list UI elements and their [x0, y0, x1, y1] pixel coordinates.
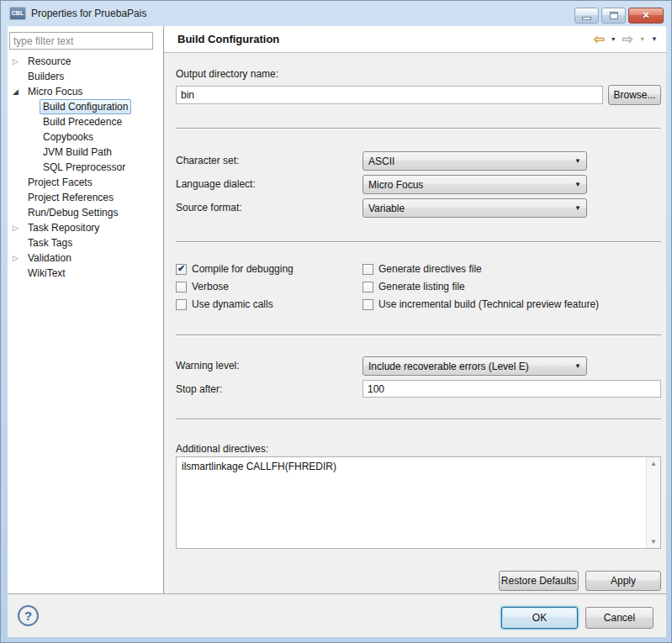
tree-row: Project References	[8, 190, 163, 205]
view-menu-icon[interactable]: ▼	[651, 35, 658, 43]
separator	[176, 419, 661, 420]
tree-row: Run/Debug Settings	[8, 205, 163, 220]
scroll-up-icon[interactable]: ▲	[647, 460, 660, 467]
generate-directives-file-checkbox[interactable]	[362, 264, 373, 275]
minimize-button[interactable]	[574, 8, 599, 24]
tree-row: SQL Preprocessor	[8, 160, 163, 175]
use-dynamic-calls-label: Use dynamic calls	[192, 298, 273, 310]
tree-row: Builders	[8, 69, 163, 84]
compile-for-debugging-label: Compile for debugging	[192, 263, 294, 275]
tree-row: JVM Build Path	[8, 145, 163, 160]
character-set-select[interactable]: ASCII ▼	[362, 151, 587, 171]
warning-level-label: Warning level:	[176, 360, 240, 372]
generate-listing-file-label: Generate listing file	[378, 281, 465, 293]
tree-row: Copybooks	[8, 129, 163, 145]
sidebar-item-resource[interactable]: Resource	[24, 54, 74, 69]
output-directory-label: Output directory name:	[176, 68, 278, 80]
separator	[176, 128, 661, 129]
sidebar-item-copybooks[interactable]: Copybooks	[40, 129, 97, 145]
dialog-body: ▷Resource Builders ◢Micro Focus Build Co…	[8, 26, 666, 637]
sidebar-item-validation[interactable]: Validation	[24, 250, 75, 266]
output-directory-input[interactable]	[176, 86, 603, 104]
sidebar-item-run-debug-settings[interactable]: Run/Debug Settings	[24, 205, 121, 220]
browse-button[interactable]: Browse...	[608, 85, 661, 105]
generate-directives-file-label: Generate directives file	[378, 263, 482, 275]
use-incremental-build-checkbox[interactable]	[362, 299, 373, 310]
forward-dropdown-icon[interactable]: ▼	[639, 36, 645, 42]
back-dropdown-icon[interactable]: ▼	[611, 36, 616, 42]
sidebar-item-build-configuration[interactable]: Build Configuration	[40, 99, 131, 114]
minimize-icon	[582, 17, 591, 20]
verbose-checkbox[interactable]	[176, 282, 187, 293]
sidebar-item-task-tags[interactable]: Task Tags	[24, 235, 76, 250]
sidebar-item-jvm-build-path[interactable]: JVM Build Path	[40, 145, 115, 160]
sidebar-item-sql-preprocessor[interactable]: SQL Preprocessor	[40, 160, 129, 175]
checkbox-row: Verbose	[176, 280, 229, 293]
language-dialect-value: Micro Focus	[363, 179, 569, 191]
warning-level-select[interactable]: Include recoverable errors (Level E) ▼	[362, 356, 587, 376]
tree-row: Build Configuration	[8, 99, 163, 114]
checkbox-row: Generate directives file	[362, 262, 482, 276]
check-icon: ✔	[177, 264, 185, 273]
page-header: Build Configuration ⇦ ▼ ⇨ ▼ ▼	[164, 26, 666, 53]
tree-row: Task Tags	[8, 235, 163, 250]
filter-input[interactable]	[9, 32, 153, 50]
restore-defaults-button[interactable]: Restore Defaults	[499, 571, 579, 591]
separator	[176, 335, 661, 336]
language-dialect-label: Language dialect:	[176, 178, 256, 190]
properties-dialog-window: CBL Properties for PruebaPais ✕ ▷Resourc…	[0, 0, 672, 643]
ok-button[interactable]: OK	[501, 607, 578, 629]
sidebar: ▷Resource Builders ◢Micro Focus Build Co…	[8, 26, 164, 593]
close-icon: ✕	[642, 10, 649, 21]
scrollbar[interactable]: ▲ ▼	[646, 457, 660, 548]
sidebar-item-wikitext[interactable]: WikiText	[24, 266, 69, 281]
source-format-select[interactable]: Variable ▼	[362, 198, 587, 218]
scroll-down-icon[interactable]: ▼	[647, 538, 660, 545]
maximize-icon	[610, 12, 618, 19]
expand-collapsed-icon[interactable]: ▷	[13, 224, 24, 232]
back-icon[interactable]: ⇦	[593, 31, 604, 47]
cancel-button[interactable]: Cancel	[585, 607, 653, 629]
sidebar-item-build-precedence[interactable]: Build Precedence	[40, 114, 125, 129]
character-set-value: ASCII	[363, 155, 569, 167]
tree-row: ▷Resource	[8, 54, 163, 69]
use-incremental-build-label: Use incremental build (Technical preview…	[378, 298, 599, 310]
additional-directives-text: ilsmartlinkage CALLFH(FHREDIR)	[182, 461, 642, 472]
main-panel: Build Configuration ⇦ ▼ ⇨ ▼ ▼ Output dir…	[164, 26, 666, 593]
expand-collapsed-icon[interactable]: ▷	[13, 254, 24, 262]
tree-row: Build Precedence	[8, 114, 163, 129]
bottom-bar: ? OK Cancel	[8, 593, 666, 637]
additional-directives-input[interactable]: ilsmartlinkage CALLFH(FHREDIR) ▲ ▼	[176, 456, 661, 549]
history-nav: ⇦ ▼ ⇨ ▼ ▼	[593, 26, 658, 52]
tree-row: Project Facets	[8, 175, 163, 190]
sidebar-item-task-repository[interactable]: Task Repository	[24, 220, 103, 235]
expand-collapsed-icon[interactable]: ▷	[13, 57, 24, 66]
apply-button[interactable]: Apply	[585, 571, 661, 591]
cbl-app-icon: CBL	[9, 7, 26, 20]
expand-expanded-icon[interactable]: ◢	[13, 87, 24, 96]
window-controls: ✕	[574, 8, 664, 24]
close-button[interactable]: ✕	[628, 8, 664, 24]
stop-after-input[interactable]	[362, 380, 661, 398]
properties-tree: ▷Resource Builders ◢Micro Focus Build Co…	[8, 54, 163, 281]
language-dialect-select[interactable]: Micro Focus ▼	[362, 175, 587, 194]
sidebar-item-micro-focus[interactable]: Micro Focus	[24, 84, 86, 99]
checkbox-row: ✔ Compile for debugging	[176, 262, 294, 276]
sidebar-item-builders[interactable]: Builders	[24, 69, 67, 84]
titlebar[interactable]: CBL Properties for PruebaPais ✕	[1, 1, 671, 26]
use-dynamic-calls-checkbox[interactable]	[176, 299, 187, 310]
generate-listing-file-checkbox[interactable]	[362, 282, 373, 293]
maximize-button[interactable]	[601, 8, 626, 24]
sidebar-item-project-references[interactable]: Project References	[24, 190, 117, 205]
warning-level-value: Include recoverable errors (Level E)	[363, 361, 569, 372]
tree-row: ▷Task Repository	[8, 220, 163, 235]
sidebar-item-project-facets[interactable]: Project Facets	[24, 175, 96, 190]
forward-icon[interactable]: ⇨	[622, 31, 633, 47]
page-title: Build Configuration	[177, 26, 279, 52]
compile-for-debugging-checkbox[interactable]: ✔	[176, 264, 187, 275]
source-format-label: Source format:	[176, 202, 242, 213]
tree-row: WikiText	[8, 266, 163, 281]
additional-directives-label: Additional directives:	[176, 443, 268, 455]
help-icon[interactable]: ?	[18, 605, 39, 626]
checkbox-row: Use incremental build (Technical preview…	[362, 298, 599, 311]
